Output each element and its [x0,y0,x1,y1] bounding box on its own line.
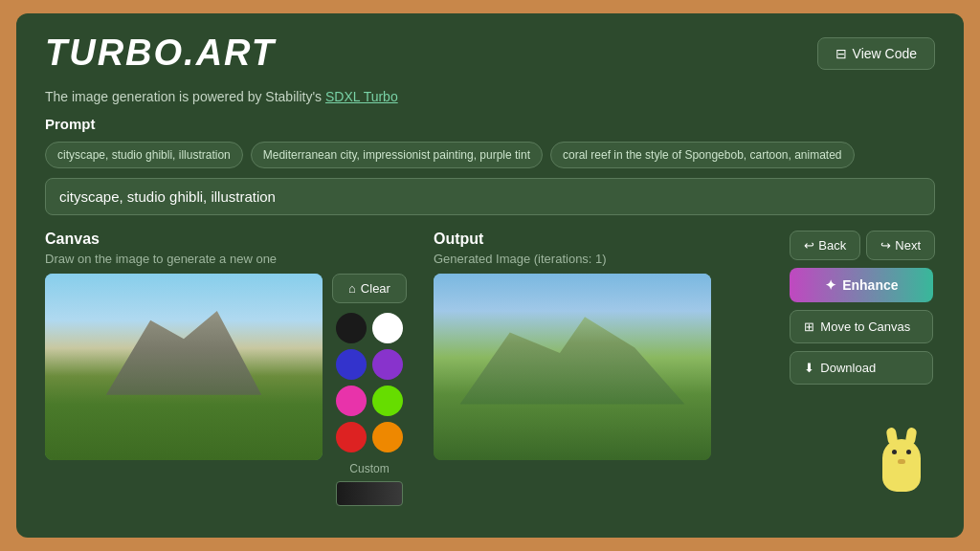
sdxl-link[interactable]: SDXL Turbo [325,89,398,104]
tools-panel: ⌂ Clear Custom [332,274,407,506]
prompt-chip-0[interactable]: cityscape, studio ghibli, illustration [45,142,243,168]
back-icon: ↩ [804,238,814,253]
color-swatch-black[interactable] [336,313,367,343]
logo-dot: .ART [184,33,276,73]
prompt-chip-2[interactable]: coral reef in the style of Spongebob, ca… [550,142,855,168]
next-label: Next [895,238,921,253]
mascot-nose [898,459,905,464]
app-logo: TURBO.ART [45,33,276,74]
main-columns: Canvas Draw on the image to generate a n… [45,231,935,506]
canvas-bg [45,274,323,460]
canvas-title: Canvas [45,231,418,248]
prompt-input[interactable] [45,178,935,215]
canvas-column: Canvas Draw on the image to generate a n… [45,231,418,506]
app-window: TURBO.ART ⊟ View Code The image generati… [16,13,964,538]
enhance-button[interactable]: ✦ Enhance [790,268,933,302]
color-swatch-green[interactable] [372,386,403,416]
next-button[interactable]: ↪ Next [866,231,935,260]
color-swatch-pink[interactable] [336,386,367,416]
mascot-eye-right [906,450,911,454]
subtitle: The image generation is powered by Stabi… [45,89,935,104]
view-code-label: View Code [853,46,917,61]
move-canvas-label: Move to Canvas [820,320,910,334]
canvas-image[interactable] [45,274,323,460]
mascot [878,439,925,506]
mascot-eye-left [892,450,897,454]
download-button[interactable]: ⬇ Download [790,351,933,385]
output-area: ↩ Back ↪ Next ✦ Enhance ⊞ M [434,274,935,460]
mountain-shape [73,301,295,395]
mascot-body [882,439,921,492]
header: TURBO.ART ⊟ View Code [45,33,935,74]
color-swatch-red[interactable] [336,422,367,452]
output-column: Output Generated Image (iterations: 1) ↩… [434,231,935,506]
mascot-ear-right [905,427,918,445]
clear-button[interactable]: ⌂ Clear [332,274,407,303]
canvas-subtitle: Draw on the image to generate a new one [45,252,418,266]
download-icon: ⬇ [804,361,814,375]
back-next-row: ↩ Back ↪ Next [790,231,935,260]
canvas-area: ⌂ Clear Custom [45,274,418,506]
prompt-label: Prompt [45,116,935,132]
color-swatch-purple[interactable] [372,349,403,380]
back-label: Back [818,238,846,253]
subtitle-text: The image generation is powered by Stabi… [45,89,325,104]
view-code-icon: ⊟ [835,46,847,61]
move-canvas-button[interactable]: ⊞ Move to Canvas [790,310,933,343]
right-panel: ↩ Back ↪ Next ✦ Enhance ⊞ M [790,231,935,385]
output-mountain-shape [448,301,698,404]
custom-label: Custom [349,462,389,475]
download-label: Download [820,361,876,375]
custom-color-bar[interactable] [336,481,403,506]
clear-label: Clear [361,281,390,296]
color-swatch-blue[interactable] [336,349,367,380]
view-code-button[interactable]: ⊟ View Code [817,37,935,70]
move-canvas-icon: ⊞ [804,320,814,334]
enhance-label: Enhance [842,277,898,293]
back-button[interactable]: ↩ Back [790,231,860,260]
output-bg [434,274,711,460]
enhance-icon: ✦ [825,277,836,293]
prompt-chips: cityscape, studio ghibli, illustration M… [45,142,935,168]
color-swatch-white[interactable] [372,313,403,343]
color-grid [336,313,403,452]
output-image [434,274,711,460]
prompt-chip-1[interactable]: Mediterranean city, impressionist painti… [251,142,543,168]
clear-icon: ⌂ [348,281,356,296]
mascot-face [890,447,913,466]
color-swatch-orange[interactable] [372,422,403,452]
next-icon: ↪ [880,238,891,253]
